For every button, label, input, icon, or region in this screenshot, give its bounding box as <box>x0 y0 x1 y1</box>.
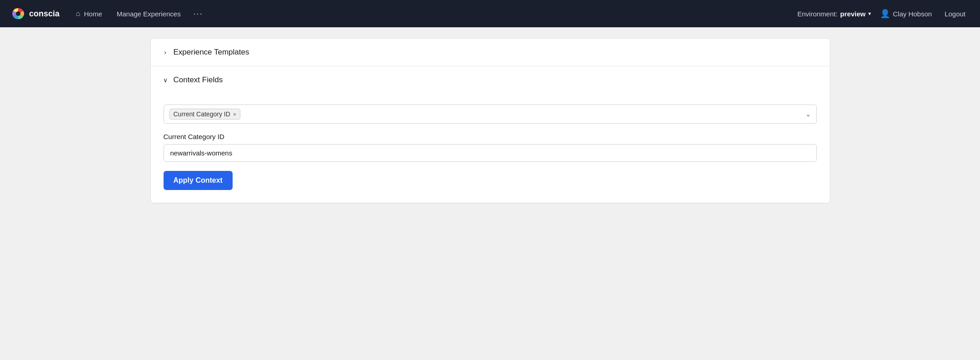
chip-label: Current Category ID <box>174 110 230 118</box>
nav-manage-experiences[interactable]: Manage Experiences <box>111 6 186 21</box>
current-category-id-label: Current Category ID <box>164 133 817 140</box>
environment-value: preview <box>840 10 866 18</box>
logout-button[interactable]: Logout <box>941 8 969 20</box>
context-fields-header[interactable]: ∨ Context Fields <box>151 66 830 94</box>
nav-more-icon[interactable]: ··· <box>190 5 207 22</box>
selected-chip-current-category-id: Current Category ID × <box>169 109 241 120</box>
username-label: Clay Hobson <box>893 10 932 18</box>
apply-context-button[interactable]: Apply Context <box>164 171 233 190</box>
experience-templates-chevron-icon: › <box>162 49 169 56</box>
environment-section: Environment: preview ▾ <box>797 10 871 18</box>
current-category-id-input[interactable] <box>164 144 817 162</box>
context-fields-chevron-icon: ∨ <box>162 76 169 84</box>
brand: conscia <box>11 6 60 21</box>
environment-dropdown-icon[interactable]: ▾ <box>868 10 871 17</box>
navbar-right: Environment: preview ▾ 👤 Clay Hobson Log… <box>797 8 969 20</box>
context-fields-body: Current Category ID × ⌄ Current Category… <box>151 94 830 203</box>
chip-remove-icon[interactable]: × <box>233 111 237 117</box>
nav-home-label: Home <box>84 10 102 18</box>
experience-templates-section: › Experience Templates <box>151 39 830 66</box>
environment-label: Environment: <box>797 10 837 18</box>
experience-templates-header[interactable]: › Experience Templates <box>151 39 830 66</box>
navbar: conscia ⌂ Home Manage Experiences ··· En… <box>0 0 980 27</box>
main-card: › Experience Templates ∨ Context Fields … <box>150 38 830 204</box>
experience-templates-title: Experience Templates <box>174 48 249 57</box>
svg-point-1 <box>16 11 20 16</box>
select-chips-container: Current Category ID × <box>169 109 241 120</box>
context-field-select-dropdown[interactable]: Current Category ID × ⌄ <box>164 105 817 124</box>
user-section: 👤 Clay Hobson <box>880 9 932 19</box>
home-icon: ⌂ <box>76 10 80 18</box>
nav-home[interactable]: ⌂ Home <box>70 6 108 21</box>
current-category-id-group: Current Category ID <box>164 133 817 162</box>
context-fields-section: ∨ Context Fields Current Category ID × ⌄ <box>151 66 830 203</box>
context-fields-title: Context Fields <box>174 75 223 85</box>
nav-manage-experiences-label: Manage Experiences <box>117 10 181 18</box>
select-dropdown-arrow-icon: ⌄ <box>806 110 811 118</box>
main-content: › Experience Templates ∨ Context Fields … <box>136 27 845 215</box>
user-avatar-icon: 👤 <box>880 9 890 19</box>
brand-name: conscia <box>29 9 60 19</box>
conscia-logo-icon <box>11 6 25 21</box>
